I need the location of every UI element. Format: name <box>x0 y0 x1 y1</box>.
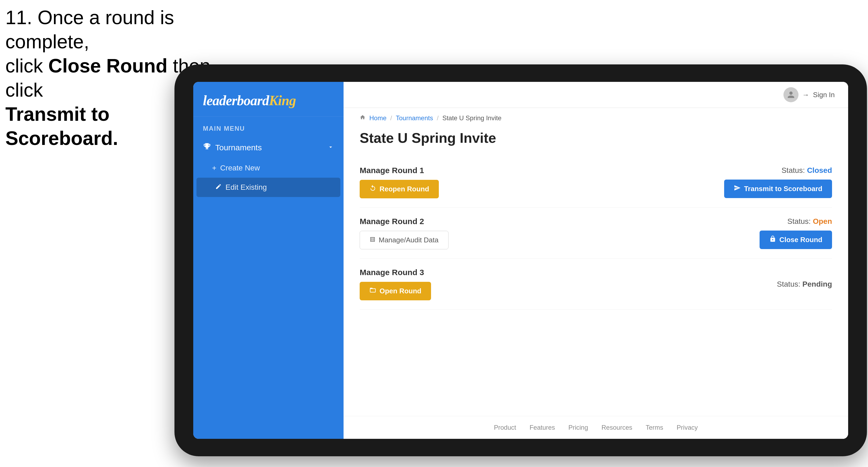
lock-icon <box>769 236 776 244</box>
app-footer: Product Features Pricing Resources Terms… <box>344 416 848 439</box>
sign-in-area[interactable]: → Sign In <box>783 87 835 102</box>
round-3-left: Manage Round 3 Open Round <box>360 268 431 300</box>
top-bar: → Sign In <box>344 82 848 108</box>
logo-area: leaderboardKing <box>193 82 344 117</box>
breadcrumb: Home / Tournaments / State U Spring Invi… <box>344 108 848 125</box>
reopen-round-label: Reopen Round <box>379 185 429 193</box>
page-body: State U Spring Invite Manage Round 1 <box>344 125 848 416</box>
footer-terms[interactable]: Terms <box>646 424 663 431</box>
round-2-label: Manage Round 2 <box>360 217 448 226</box>
app-layout: leaderboardKing MAIN MENU Tournaments <box>193 82 848 439</box>
home-icon <box>360 114 366 122</box>
app-logo: leaderboardKing <box>203 93 334 108</box>
breadcrumb-tournaments[interactable]: Tournaments <box>396 114 433 122</box>
status-value-3: Pending <box>803 280 832 288</box>
breadcrumb-sep2: / <box>437 114 439 122</box>
footer-resources[interactable]: Resources <box>601 424 632 431</box>
folder-icon <box>369 287 376 295</box>
status-label-2: Status: <box>787 217 811 225</box>
breadcrumb-current: State U Spring Invite <box>442 114 501 122</box>
transmit-scoreboard-button[interactable]: Transmit to Scoreboard <box>724 180 832 198</box>
footer-features[interactable]: Features <box>530 424 555 431</box>
main-content: → Sign In Home / Tournaments / State <box>344 82 848 439</box>
round-3-right: Status: Pending <box>777 280 832 288</box>
table-icon <box>370 236 375 244</box>
main-menu-label: MAIN MENU <box>193 117 344 136</box>
tablet-device: leaderboardKing MAIN MENU Tournaments <box>175 64 867 456</box>
create-new-label: Create New <box>220 164 260 172</box>
sign-in-arrow-icon: → <box>802 91 809 99</box>
page-title: State U Spring Invite <box>360 130 832 146</box>
manage-audit-button[interactable]: Manage/Audit Data <box>360 231 448 249</box>
sidebar-item-tournaments[interactable]: Tournaments <box>193 136 344 158</box>
round-1-status: Status: Closed <box>782 166 832 175</box>
round-1-right: Status: Closed Transmit to Scoreboard <box>724 166 832 198</box>
send-icon <box>734 184 741 193</box>
edit-icon <box>215 183 222 192</box>
sidebar-item-edit-existing[interactable]: Edit Existing <box>196 178 340 197</box>
avatar <box>783 87 799 102</box>
footer-product[interactable]: Product <box>494 424 516 431</box>
round-3-label: Manage Round 3 <box>360 268 431 277</box>
sign-in-label: Sign In <box>813 91 835 99</box>
close-round-label: Close Round <box>779 236 823 244</box>
breadcrumb-home[interactable]: Home <box>369 114 386 122</box>
instruction-line2-prefix: click <box>5 55 48 76</box>
manage-audit-label: Manage/Audit Data <box>379 236 439 244</box>
logo-part2: King <box>269 93 296 108</box>
close-round-button[interactable]: Close Round <box>760 230 832 249</box>
open-round-button[interactable]: Open Round <box>360 282 431 300</box>
open-round-label: Open Round <box>379 287 422 295</box>
round-3-row: Manage Round 3 Open Round <box>360 259 832 310</box>
footer-pricing[interactable]: Pricing <box>568 424 588 431</box>
status-value-1: Closed <box>807 166 832 175</box>
tournaments-label: Tournaments <box>215 143 262 152</box>
round-2-left: Manage Round 2 Manage/Audit Data <box>360 217 448 249</box>
tournaments-item-left: Tournaments <box>203 143 262 152</box>
round-2-status: Status: Open <box>787 217 832 226</box>
tablet-screen: leaderboardKing MAIN MENU Tournaments <box>193 82 848 439</box>
reopen-round-button[interactable]: Reopen Round <box>360 180 439 198</box>
refresh-icon <box>369 185 376 193</box>
sidebar-item-create-new[interactable]: + Create New <box>193 158 344 178</box>
transmit-scoreboard-label: Transmit to Scoreboard <box>744 185 823 193</box>
status-label-1: Status: <box>782 166 805 175</box>
footer-privacy[interactable]: Privacy <box>677 424 698 431</box>
round-1-left: Manage Round 1 Reopen Round <box>360 166 439 198</box>
edit-existing-label: Edit Existing <box>225 183 267 192</box>
breadcrumb-sep1: / <box>390 114 392 122</box>
logo-part1: leaderboard <box>203 93 269 108</box>
round-1-label: Manage Round 1 <box>360 166 439 175</box>
trophy-icon <box>203 143 211 152</box>
instruction-close-round: Close Round <box>48 55 167 76</box>
round-1-row: Manage Round 1 Reopen Round <box>360 157 832 208</box>
instruction-line1: 11. Once a round is complete, <box>5 7 174 52</box>
round-2-row: Manage Round 2 Manage/Audit Data <box>360 208 832 259</box>
round-3-status: Status: Pending <box>777 280 832 288</box>
instruction-transmit: Transmit to Scoreboard. <box>5 103 118 149</box>
status-label-3: Status: <box>777 280 800 288</box>
chevron-down-icon <box>328 143 334 152</box>
sidebar: leaderboardKing MAIN MENU Tournaments <box>193 82 344 439</box>
round-2-right: Status: Open Close Round <box>760 217 832 249</box>
status-value-2: Open <box>813 217 832 225</box>
plus-icon: + <box>212 164 216 172</box>
